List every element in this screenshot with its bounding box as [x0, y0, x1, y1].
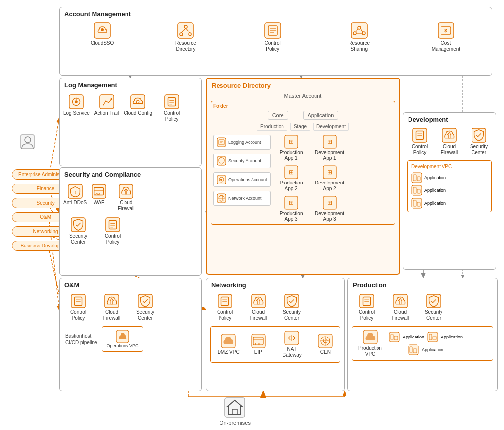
net-security-center-icon [284, 294, 299, 308]
om-cloud-firewall-icon [104, 294, 119, 308]
om-cloud-firewall[interactable]: Cloud Firewall [97, 294, 126, 321]
networking-title: Networking [206, 278, 344, 291]
dev-control-policy[interactable]: Control Policy [407, 128, 433, 155]
net-control-policy[interactable]: Control Policy [210, 294, 240, 321]
dev-app-box-1: Application [411, 172, 487, 183]
sec-security-center-icon [71, 217, 86, 232]
sec-security-center[interactable]: Security Center [63, 217, 93, 245]
dev-vpc-box: Development VPC Application [407, 160, 492, 212]
control-policy-service[interactable]: Control Policy [258, 22, 287, 52]
production-vpc-box: Production VPC Application Applicat [352, 326, 493, 361]
dev-app-3-label: Development App 3 [315, 211, 345, 222]
dev-cloud-firewall[interactable]: Cloud Firewall [437, 128, 462, 155]
sec-security-center-label: Security Center [63, 233, 93, 245]
prod-security-center[interactable]: Security Center [419, 294, 448, 321]
dev-application-label-2: Application [424, 188, 446, 193]
dev-app-3-icon: ⊞ [323, 196, 337, 210]
net-cloud-firewall[interactable]: Cloud Firewall [244, 294, 273, 321]
log-service[interactable]: Log Service [63, 94, 90, 116]
waf-service[interactable]: WAF WAF [92, 184, 106, 206]
person-icon [19, 133, 36, 151]
dev-cloud-firewall-icon [442, 128, 457, 143]
prod-app-1-label: Production App 1 [277, 150, 306, 161]
production-vpc-label: Production VPC [355, 345, 385, 357]
svg-point-24 [101, 28, 104, 31]
log-service-label: Log Service [63, 110, 90, 116]
svg-rect-36 [351, 23, 367, 38]
anti-ddos[interactable]: ! Anti-DDoS [63, 184, 87, 206]
prod-app-3: ⊞ Production App 3 [274, 196, 309, 222]
account-management-panel: Account Management CloudSSO [59, 7, 492, 76]
prod-security-center-icon [426, 294, 441, 308]
cost-management-service[interactable]: $ Cost Management [431, 22, 461, 52]
nat-gateway-label: NAT Gateway [277, 346, 307, 358]
action-trail[interactable]: Action Trail [94, 94, 119, 116]
dev-security-center[interactable]: Security Center [466, 128, 492, 155]
operations-vpc-icon [116, 330, 129, 343]
sec-cloud-firewall-label: Cloud Firewall [111, 200, 141, 212]
sec-cloud-firewall[interactable]: Cloud Firewall [111, 184, 141, 212]
logging-account-label: Logging Account [228, 140, 261, 145]
master-account: Master Account [207, 93, 399, 99]
production-title: Production [348, 278, 497, 291]
eip-service[interactable]: EIP EIP [251, 334, 266, 355]
prod-cloud-firewall[interactable]: Cloud Firewall [385, 294, 415, 321]
prod-control-policy-icon [359, 294, 374, 308]
dmz-vpc[interactable]: DMZ VPC [218, 334, 240, 355]
om-security-center[interactable]: Security Center [130, 294, 160, 321]
prod-app-2-label: Production App 2 [277, 180, 306, 192]
svg-text:⊞: ⊞ [327, 169, 332, 176]
account-management-title: Account Management [60, 7, 492, 20]
prod-security-center-label: Security Center [419, 309, 448, 321]
production-vpc: Production VPC [355, 330, 385, 357]
prod-vpc-app-1-label: Application [403, 335, 424, 339]
net-control-policy-label: Control Policy [210, 309, 240, 321]
resource-directory-service[interactable]: Resource Directory [171, 22, 200, 52]
core-label: Core [268, 111, 288, 120]
dev-vpc-label: Development VPC [411, 164, 487, 169]
net-security-center-label: Security Center [277, 309, 307, 321]
prod-cloud-firewall-icon [393, 294, 408, 308]
dev-app-icon-1 [411, 172, 422, 183]
cloud-config[interactable]: Cloud Config [124, 94, 152, 116]
development-title: Development [403, 113, 496, 125]
svg-point-66 [220, 179, 222, 181]
om-cloud-firewall-label: Cloud Firewall [97, 309, 126, 321]
nat-gateway[interactable]: NAT Gateway [277, 331, 307, 358]
resource-sharing-service[interactable]: Resource Sharing [345, 22, 374, 52]
resource-directory-panel: Resource Directory Master Account Folder… [206, 78, 400, 275]
dev-app-2-label: Development App 2 [315, 180, 345, 192]
user-icon [19, 133, 36, 151]
operations-account-label: Operations Account [228, 177, 267, 182]
sec-control-policy[interactable]: Control Policy [98, 217, 127, 245]
cloudsso-service[interactable]: CloudSSO [91, 22, 114, 46]
operations-vpc-box: Operations VPC [102, 326, 143, 352]
net-security-center[interactable]: Security Center [277, 294, 307, 321]
log-control-policy[interactable]: Control Policy [157, 94, 187, 122]
network-account-icon [217, 193, 226, 203]
operations-account-icon [217, 175, 226, 184]
nat-gateway-icon [284, 331, 299, 345]
svg-line-6 [49, 251, 59, 295]
dev-security-center-icon [472, 128, 486, 143]
om-control-policy[interactable]: Control Policy [63, 294, 93, 321]
log-service-icon [69, 94, 84, 109]
dev-app-icon-3 [411, 198, 422, 209]
net-cloud-firewall-label: Cloud Firewall [244, 309, 273, 321]
cen-service[interactable]: CEN [318, 334, 333, 355]
svg-text:WAF: WAF [95, 192, 103, 196]
security-account-label: Security Account [228, 158, 261, 163]
development-panel: Development Control Policy Cloud Firewal… [403, 112, 496, 270]
log-control-policy-label: Control Policy [157, 110, 187, 122]
waf-icon: WAF [92, 184, 106, 199]
network-account: Network Account [213, 191, 271, 206]
dev-control-policy-label: Control Policy [407, 144, 433, 155]
prod-app-3-icon: ⊞ [284, 196, 298, 210]
prod-control-policy[interactable]: Control Policy [352, 294, 381, 321]
dev-security-center-label: Security Center [466, 144, 492, 155]
svg-rect-111 [71, 294, 85, 308]
dev-app-2-icon: ⊞ [323, 165, 337, 179]
bastionhost-label: Bastionhost [65, 333, 97, 338]
resource-directory-panel-title: Resource Directory [207, 79, 399, 91]
anti-ddos-icon: ! [68, 184, 83, 199]
